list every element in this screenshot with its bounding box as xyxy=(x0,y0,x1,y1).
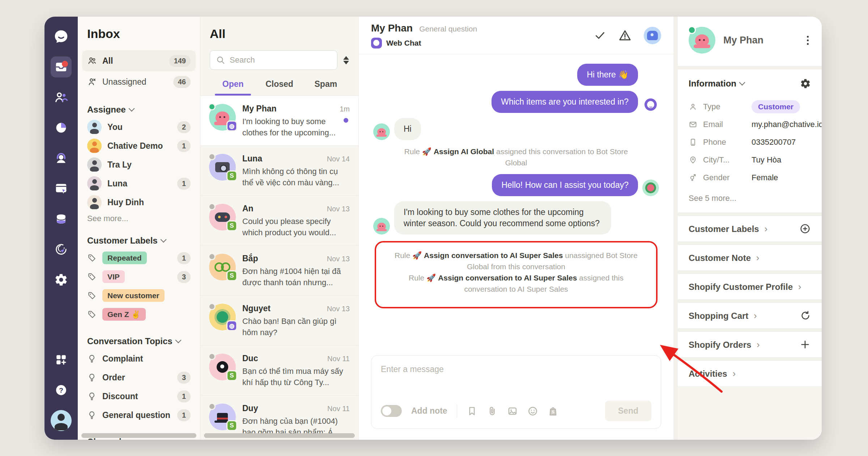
search-box[interactable] xyxy=(210,50,337,70)
conversation-row[interactable]: ◍ NguyetNov 13 Chào bạn! Bạn cần giúp gì… xyxy=(200,296,358,346)
nav-automation-icon[interactable] xyxy=(51,239,72,260)
refresh-icon[interactable] xyxy=(800,310,811,321)
octopus-avatar: ◍ xyxy=(209,104,236,131)
section-shopify-orders[interactable]: Shopify Orders › xyxy=(678,332,822,357)
offline-dot xyxy=(208,303,216,310)
nav-data-icon[interactable] xyxy=(51,208,72,229)
assignee-item[interactable]: Tra Ly xyxy=(87,155,191,174)
gamepad-avatar: S xyxy=(209,204,236,231)
view-count: 149 xyxy=(169,55,191,67)
shopify-badge-icon: S xyxy=(226,370,237,381)
send-button[interactable]: Send xyxy=(605,401,651,421)
assignee-item[interactable]: Chative Demo 1 xyxy=(87,136,191,155)
information-header[interactable]: Information xyxy=(689,79,800,89)
tab-spam[interactable]: Spam xyxy=(303,79,349,96)
conversation-row[interactable]: S LunaNov 14 Mình không có thông tin cụ … xyxy=(200,146,358,196)
nav-apps-icon[interactable] xyxy=(51,349,72,370)
conversation-row[interactable]: ◍ My Phan1m I'm looking to buy some clot… xyxy=(200,96,358,146)
svg-text:S: S xyxy=(552,410,554,414)
kebab-menu-icon[interactable] xyxy=(805,34,811,47)
tab-closed[interactable]: Closed xyxy=(256,79,302,96)
profile-header: My Phan xyxy=(678,17,822,66)
info-see-more[interactable]: See 5 more... xyxy=(689,194,811,203)
nav-help-icon[interactable]: ? xyxy=(51,380,72,401)
add-circle-icon[interactable] xyxy=(799,223,811,235)
avatar xyxy=(87,176,102,191)
section-customer-labels[interactable]: Customer Labels › xyxy=(678,216,822,241)
person-unassigned-icon xyxy=(87,77,97,87)
customer-labels-section-header[interactable]: Customer Labels xyxy=(87,236,191,246)
section-activities[interactable]: Activities › xyxy=(678,361,822,386)
bookmark-icon[interactable] xyxy=(467,406,477,417)
tag-icon xyxy=(87,253,97,263)
customer-label-item[interactable]: Repeated 1 xyxy=(87,249,191,267)
system-message: Rule 🚀 Assign conversation to AI Super S… xyxy=(394,272,638,295)
incoming-message: Hi xyxy=(394,118,421,140)
attachment-icon[interactable] xyxy=(487,406,498,417)
nav-contacts-icon[interactable] xyxy=(51,87,72,108)
conversation-row[interactable]: S DucNov 11 Bạn có thể tìm mua máy sấy k… xyxy=(200,346,358,396)
section-customer-note[interactable]: Customer Note › xyxy=(678,245,822,270)
profile-name: My Phan xyxy=(723,35,797,46)
outgoing-message: Hello! How can I assist you today? xyxy=(492,174,638,196)
shopify-badge-icon: S xyxy=(226,420,237,431)
horizontal-scrollbar[interactable] xyxy=(81,433,196,438)
conversation-row[interactable]: S AnNov 13 Could you please specify whic… xyxy=(200,196,358,246)
nav-channels-icon[interactable] xyxy=(51,178,72,199)
search-input[interactable] xyxy=(230,55,331,65)
avatar xyxy=(87,157,102,172)
topics-section-header[interactable]: Conversation Topics xyxy=(87,336,191,346)
bulb-icon xyxy=(87,354,97,363)
nav-inbox-icon[interactable] xyxy=(51,56,72,77)
inbox-panel: Inbox All 149 Unassigned 46 Assignee You… xyxy=(78,17,200,440)
people-icon xyxy=(87,56,97,66)
customer-label-item[interactable]: New customer xyxy=(87,286,191,305)
topic-item[interactable]: Order 3 xyxy=(87,368,191,387)
user-avatar[interactable] xyxy=(51,410,72,431)
camera-avatar: S xyxy=(209,154,236,181)
customer-profile-panel: My Phan Information Type Customer Email … xyxy=(678,17,822,440)
add-note-toggle[interactable] xyxy=(381,405,402,417)
shopify-products-icon[interactable]: S xyxy=(548,406,558,417)
sort-icon[interactable] xyxy=(343,56,349,64)
topic-item[interactable]: Complaint xyxy=(87,349,191,368)
svg-text:?: ? xyxy=(59,387,63,394)
image-icon[interactable] xyxy=(507,406,518,417)
app-window: ? Inbox All 149 Unassigned 46 Assignee Y… xyxy=(44,17,822,440)
inbox-view-unassigned[interactable]: Unassigned 46 xyxy=(82,71,196,92)
plus-icon[interactable] xyxy=(799,339,811,350)
topic-item[interactable]: Discount 1 xyxy=(87,387,191,406)
horizontal-scrollbar[interactable] xyxy=(204,433,355,438)
info-row-gender: Gender Female xyxy=(689,169,811,186)
customer-label-item[interactable]: VIP 3 xyxy=(87,267,191,286)
offline-dot xyxy=(208,203,216,210)
assignee-item[interactable]: Huy Dinh xyxy=(87,193,191,212)
nav-reports-icon[interactable] xyxy=(51,117,72,138)
assignee-section-header[interactable]: Assignee xyxy=(87,105,191,115)
tag-icon xyxy=(87,272,97,282)
inbox-notification-dot xyxy=(62,61,68,67)
customer-label-item[interactable]: Gen Z ✌️ xyxy=(87,305,191,324)
section-shopping-cart[interactable]: Shopping Cart › xyxy=(678,303,822,328)
chat-panel: My Phan General question Web Chat Hi the… xyxy=(359,17,673,440)
list-title: All xyxy=(210,27,349,41)
gear-icon[interactable] xyxy=(800,78,811,89)
conversation-row[interactable]: S BắpNov 13 Đơn hàng #1004 hiện tại đã đ… xyxy=(200,246,358,296)
tab-open[interactable]: Open xyxy=(210,79,256,96)
assignee-item[interactable]: Luna 1 xyxy=(87,174,191,193)
nav-settings-icon[interactable] xyxy=(51,269,72,290)
resolve-check-icon[interactable] xyxy=(594,29,606,42)
assignee-see-more[interactable]: See more... xyxy=(87,214,191,223)
warning-icon[interactable] xyxy=(618,29,631,42)
assignee-item[interactable]: You 2 xyxy=(87,118,191,136)
section-shopify-customer-profile[interactable]: Shopify Customer Profile › xyxy=(678,274,822,299)
message-input[interactable] xyxy=(381,364,651,399)
webchat-channel-icon xyxy=(371,38,382,48)
topic-item[interactable]: General question 1 xyxy=(87,406,191,425)
emoji-icon[interactable] xyxy=(527,406,538,417)
inbox-view-all[interactable]: All 149 xyxy=(82,50,196,71)
chat-header: My Phan General question Web Chat xyxy=(359,17,673,54)
bot-avatar[interactable] xyxy=(644,27,661,44)
unread-dot xyxy=(344,118,348,123)
nav-livechat-icon[interactable] xyxy=(51,148,72,169)
